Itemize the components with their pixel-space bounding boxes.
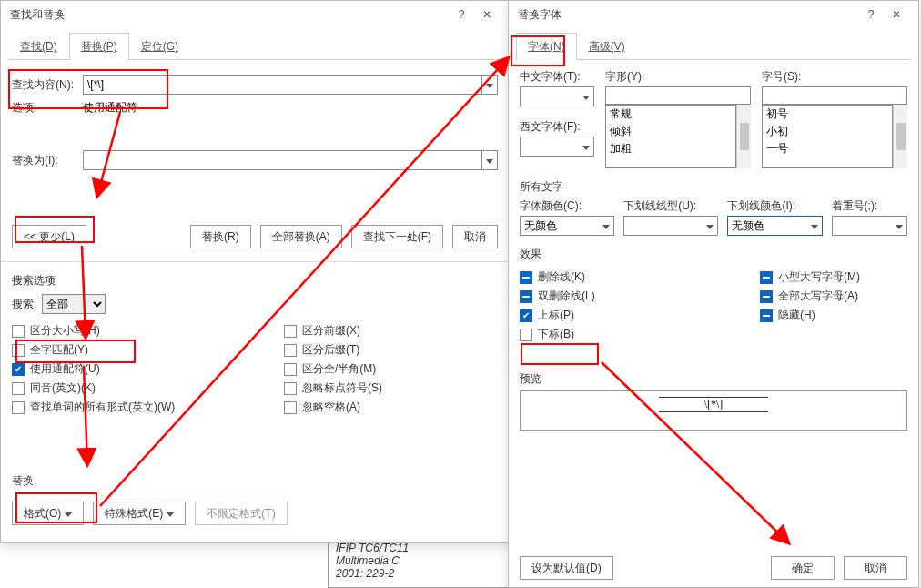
tab-advanced[interactable]: 高级(V) [577, 33, 637, 60]
titlebar: 替换字体 ? ✕ [509, 1, 918, 28]
tab-font[interactable]: 字体(N) [516, 33, 577, 60]
check-word-forms[interactable]: 查找单词的所有形式(英文)(W) [12, 400, 284, 415]
size-input[interactable] [762, 86, 907, 105]
chevron-down-icon [602, 219, 610, 232]
check-superscript[interactable]: 上标(P) [520, 308, 760, 323]
find-input[interactable] [83, 75, 481, 95]
size-list[interactable]: 初号 小初 一号 [762, 105, 893, 168]
size-label: 字号(S): [762, 69, 907, 85]
preview-box: \[*\] [520, 390, 907, 431]
style-input[interactable] [605, 86, 751, 105]
find-replace-dialog: 查找和替换 ? ✕ 查找(D) 替换(P) 定位(G) 查找内容(N): 选项:… [0, 0, 510, 543]
chevron-down-icon [582, 140, 590, 153]
cn-font-label: 中文字体(T): [520, 69, 594, 85]
search-scope-label: 搜索: [12, 297, 36, 312]
special-button[interactable]: 特殊格式(E) [93, 502, 186, 525]
replace-button[interactable]: 替换(R) [190, 225, 251, 248]
tab-goto[interactable]: 定位(G) [129, 33, 190, 60]
font-color-label: 字体颜色(C): [520, 198, 614, 214]
help-icon[interactable]: ? [449, 8, 474, 21]
check-smallcaps[interactable]: 小型大写字母(M) [760, 269, 907, 285]
en-font-label: 西文字体(F): [520, 119, 594, 135]
options-row: 选项: 使用通配符 [12, 100, 498, 116]
find-row: 查找内容(N): [12, 75, 498, 95]
check-sounds-like[interactable]: 同音(英文)(K) [12, 380, 284, 396]
button-row: << 更少(L) 替换(R) 全部替换(A) 查找下一处(F) 取消 [12, 225, 498, 248]
check-strike[interactable]: 删除线(K) [520, 269, 760, 285]
set-default-button[interactable]: 设为默认值(D) [520, 556, 613, 580]
replace-row: 替换为(I): [12, 150, 498, 170]
replace-all-button[interactable]: 全部替换(A) [260, 225, 342, 248]
underline-color-label: 下划线颜色(I): [727, 198, 822, 214]
chevron-down-icon [486, 154, 493, 167]
cancel-button[interactable]: 取消 [844, 556, 907, 580]
tabstrip: 查找(D) 替换(P) 定位(G) [8, 32, 501, 60]
check-half-full[interactable]: 区分全/半角(M) [284, 361, 498, 377]
check-suffix[interactable]: 区分后缀(T) [284, 342, 498, 358]
less-button[interactable]: << 更少(L) [12, 225, 86, 248]
font-color-combo[interactable]: 无颜色 [520, 216, 614, 236]
check-ignore-space[interactable]: 忽略空格(A) [284, 400, 498, 415]
all-text-title: 所有文字 [520, 179, 907, 195]
cn-font-combo[interactable] [520, 86, 594, 106]
format-button[interactable]: 格式(O) [12, 502, 84, 525]
close-icon[interactable]: ✕ [474, 8, 500, 21]
find-label: 查找内容(N): [12, 77, 83, 93]
chevron-down-icon [486, 78, 493, 91]
chevron-down-icon [582, 90, 590, 103]
replace-input[interactable] [83, 150, 481, 170]
underline-style-combo[interactable] [623, 216, 718, 236]
dialog-title: 替换字体 [518, 7, 858, 23]
cancel-button[interactable]: 取消 [452, 225, 498, 248]
chevron-down-icon [65, 507, 72, 520]
check-double-strike[interactable]: 双删除线(L) [520, 289, 760, 304]
no-format-button[interactable]: 不限定格式(T) [195, 502, 287, 525]
search-scope-select[interactable]: 全部 [42, 294, 106, 314]
chevron-down-icon [811, 219, 818, 232]
en-font-combo[interactable] [520, 137, 594, 157]
close-icon[interactable]: ✕ [884, 8, 909, 21]
tab-find[interactable]: 查找(D) [8, 33, 69, 60]
emphasis-combo[interactable] [832, 216, 907, 236]
effects-title: 效果 [520, 247, 907, 262]
options-value: 使用通配符 [83, 100, 137, 116]
find-dropdown[interactable] [481, 75, 498, 95]
chevron-down-icon [706, 219, 714, 232]
underline-style-label: 下划线线型(U): [623, 198, 718, 214]
check-ignore-punct[interactable]: 忽略标点符号(S) [284, 380, 498, 396]
style-label: 字形(Y): [605, 69, 751, 85]
help-icon[interactable]: ? [858, 8, 884, 21]
emphasis-label: 着重号(;): [832, 198, 907, 214]
dialog-title: 查找和替换 [10, 7, 449, 23]
replace-dropdown[interactable] [481, 150, 498, 170]
check-wildcards[interactable]: 使用通配符(U) [12, 361, 284, 377]
underline-color-combo[interactable]: 无颜色 [727, 216, 822, 236]
preview-title: 预览 [520, 371, 907, 387]
scrollbar[interactable] [736, 105, 751, 168]
options-label: 选项: [12, 100, 83, 116]
replace-font-dialog: 替换字体 ? ✕ 字体(N) 高级(V) 中文字体(T): 西文字体(F): 字… [508, 0, 919, 588]
titlebar: 查找和替换 ? ✕ [1, 1, 509, 28]
search-options-title: 搜索选项 [12, 273, 498, 289]
replace-section-title: 替换 [12, 473, 498, 489]
check-allcaps[interactable]: 全部大写字母(A) [760, 289, 907, 304]
check-match-case[interactable]: 区分大小写(H) [12, 323, 284, 339]
check-subscript[interactable]: 下标(B) [520, 327, 760, 342]
tab-replace[interactable]: 替换(P) [69, 33, 129, 60]
style-list[interactable]: 常规 倾斜 加粗 [605, 105, 736, 168]
chevron-down-icon [896, 219, 903, 232]
chevron-down-icon [167, 507, 174, 520]
check-hidden[interactable]: 隐藏(H) [760, 308, 907, 323]
check-prefix[interactable]: 区分前缀(X) [284, 323, 498, 339]
replace-label: 替换为(I): [12, 153, 83, 168]
find-next-button[interactable]: 查找下一处(F) [351, 225, 443, 248]
scrollbar[interactable] [893, 105, 907, 168]
check-whole-word[interactable]: 全字匹配(Y) [12, 342, 284, 358]
ok-button[interactable]: 确定 [771, 556, 835, 580]
